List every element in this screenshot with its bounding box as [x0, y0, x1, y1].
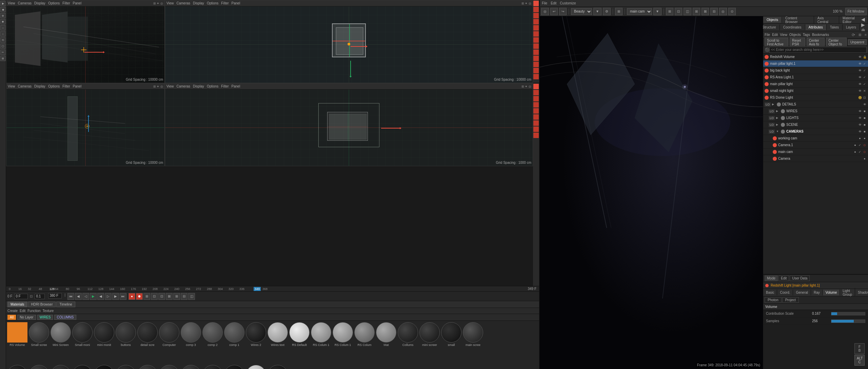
action-scroll-first[interactable]: Scroll to First Active — [765, 38, 788, 47]
swatch-pillar-bott[interactable]: pillar bott — [202, 365, 223, 369]
render-icon10[interactable]: ⊟ — [710, 8, 718, 15]
top-cameras-menu[interactable]: Cameras — [177, 1, 191, 5]
swatch-mini-monit[interactable]: mini monit — [94, 322, 115, 364]
btn-extra4[interactable]: ⊠ — [166, 293, 173, 300]
obj-main-pillar-light[interactable]: main pillar light 👁 ✓ — [763, 81, 868, 88]
lock-icon-cameras[interactable]: ■ — [863, 130, 867, 134]
swatch-computer[interactable]: Computer — [159, 322, 180, 364]
obj-main-pillar-light-1[interactable]: main pillar light.1 👁 ✓ — [763, 60, 868, 67]
check-icon-bbl[interactable]: ✓ — [863, 69, 867, 73]
obj-small-night-light[interactable]: small night light 👁 ✕ — [763, 88, 868, 94]
attr-tab-volume[interactable]: Volume — [823, 290, 840, 295]
samples-slider[interactable] — [831, 319, 865, 323]
vp-btn-12[interactable] — [533, 68, 539, 73]
vis-icon-rsal[interactable]: 👁 — [858, 75, 862, 79]
btn-extra7[interactable]: ◫ — [188, 293, 195, 300]
vis-icon-scene[interactable]: 👁 — [858, 123, 862, 127]
obj-menu-btn[interactable]: ≡ — [865, 33, 867, 37]
cameras-arrow[interactable]: ▼ — [776, 130, 780, 133]
vp-btn-2[interactable] — [533, 7, 539, 12]
vis-icon-rs-vol[interactable]: 👁 — [858, 55, 862, 59]
vp-btn-b1[interactable] — [533, 84, 539, 89]
swatch-main-scree[interactable]: main scree — [462, 322, 484, 364]
swatch-rs-colum[interactable]: RS Colum — [354, 322, 375, 364]
search-input[interactable] — [769, 47, 867, 53]
check-icon-rsal[interactable]: ✓ — [863, 75, 867, 79]
action-center-object[interactable]: Center Object fo — [826, 38, 846, 47]
vp-btn-13[interactable] — [533, 74, 539, 79]
vp-btn-1[interactable] — [533, 1, 539, 6]
vp-btn-10[interactable] — [533, 56, 539, 61]
btn-record2[interactable]: ⏺ — [136, 293, 143, 300]
obj-scene-group[interactable]: LO ▶ SCENE 👁 ■ — [763, 121, 868, 128]
toolbar-btn-3[interactable]: ⊕ — [0, 13, 6, 18]
render-icon8[interactable]: ⊞ — [693, 8, 700, 15]
right-panel-menu[interactable]: Panel — [73, 84, 82, 88]
btn-goto-end[interactable]: ⏭ — [120, 293, 126, 300]
swatch-small[interactable]: small — [441, 322, 462, 364]
render-toolbar-icon1[interactable]: ◎ — [541, 8, 549, 15]
toolbar-btn-9[interactable]: ✂ — [0, 50, 6, 55]
btn-extra2[interactable]: ⊡ — [151, 293, 158, 300]
swatch-buttons[interactable]: buttons — [115, 322, 136, 364]
filter-columns[interactable]: COLUMNS — [54, 315, 76, 320]
swatch-comp3b[interactable]: comp 3 — [137, 365, 158, 369]
swatch-small-screen[interactable]: Small scree — [28, 322, 50, 364]
swatch-octane-ma[interactable]: Octane Ma — [7, 365, 28, 369]
swatch-comp1b[interactable]: comp 1 — [180, 365, 201, 369]
details-arrow[interactable]: ▶ — [772, 103, 775, 106]
swatch-comp3[interactable]: comp 3 — [180, 322, 201, 364]
render-cam-expand[interactable]: ▼ — [653, 8, 662, 15]
obj-tags-btn[interactable]: Tags — [803, 33, 810, 37]
check-icon-cam1[interactable]: ✓ — [858, 143, 862, 147]
lock-icon-wires[interactable]: ■ — [863, 109, 867, 113]
btn-extra5[interactable]: ⊞ — [173, 293, 180, 300]
lock-icon-lights[interactable]: ■ — [863, 116, 867, 120]
render-expand-btn[interactable]: ▼ — [593, 8, 601, 15]
lock-icon-wc[interactable]: ● — [863, 136, 867, 140]
vp-btn-b5[interactable] — [533, 108, 539, 114]
swatch-mat[interactable]: Mat — [376, 322, 397, 364]
vp-btn-b3[interactable] — [533, 96, 539, 101]
front-display-menu[interactable]: Display — [193, 84, 204, 88]
render-cam-select[interactable]: main cam — [627, 8, 652, 15]
btn-goto-start[interactable]: ⏮ — [67, 293, 74, 300]
lock-icon-rs-vol[interactable]: 🔒 — [863, 55, 867, 59]
obj-options-btn[interactable]: ⊞ — [859, 33, 861, 37]
swatch-rs-volume[interactable]: RS Volume — [7, 322, 28, 364]
vp-btn-7[interactable] — [533, 37, 539, 43]
vis-icon-rsdl[interactable]: 😊 — [858, 96, 862, 100]
swatch-detail-scre[interactable]: detail scre — [137, 322, 158, 364]
perspective-display-menu[interactable]: Display — [34, 1, 45, 5]
btn-extra3[interactable]: ⊡ — [158, 293, 165, 300]
vis-icon-cam1[interactable]: ● — [853, 143, 857, 147]
toolbar-btn-4[interactable]: ✱ — [0, 19, 6, 24]
front-filter-menu[interactable]: Filter — [221, 84, 229, 88]
filter-no-layer[interactable]: No Layer — [17, 315, 36, 320]
swatch-comp2b[interactable]: comp 2 — [159, 365, 180, 369]
obj-main-cam[interactable]: main cam ● ✓ ⊙ — [763, 149, 868, 155]
vp-btn-b6[interactable] — [533, 114, 539, 120]
vp-btn-b8[interactable] — [533, 127, 539, 132]
target-icon-cam1[interactable]: ⊙ — [863, 143, 867, 147]
swatch-collums[interactable]: Collums — [397, 322, 418, 364]
right-cameras-menu[interactable]: Cameras — [18, 84, 32, 88]
menu-edit[interactable]: Edit — [551, 1, 556, 5]
obj-details-group[interactable]: LO ▶ DETAILS 👁 — [763, 101, 868, 108]
attr-tab-general[interactable]: General — [793, 290, 811, 295]
toolbar-btn-7[interactable]: ⟲ — [0, 37, 6, 43]
top-view-menu[interactable]: View — [166, 1, 174, 5]
vis-icon-wires[interactable]: 👁 — [858, 109, 862, 113]
render-view[interactable]: Frame 349: 2018-09-11 04:04:45 (48.79s) — [540, 16, 763, 369]
vis-icon-mc[interactable]: ● — [853, 150, 857, 154]
swatch-rs-colum1[interactable]: RS Colum 1 — [311, 322, 332, 364]
render-toolbar-icon3[interactable]: ↪ — [559, 8, 567, 15]
perspective-view-menu[interactable]: View — [8, 1, 15, 5]
mat-texture-btn[interactable]: Texture — [43, 309, 54, 313]
swatch-wires-text[interactable]: Wires text — [267, 322, 288, 364]
vp-btn-9[interactable] — [533, 50, 539, 55]
tab-layers[interactable]: Layers — [843, 24, 860, 30]
btn-next-frame[interactable]: ▶ — [112, 293, 119, 300]
top-filter-menu[interactable]: Filter — [221, 1, 229, 5]
check-icon-mpl1[interactable]: ✓ — [863, 62, 867, 66]
